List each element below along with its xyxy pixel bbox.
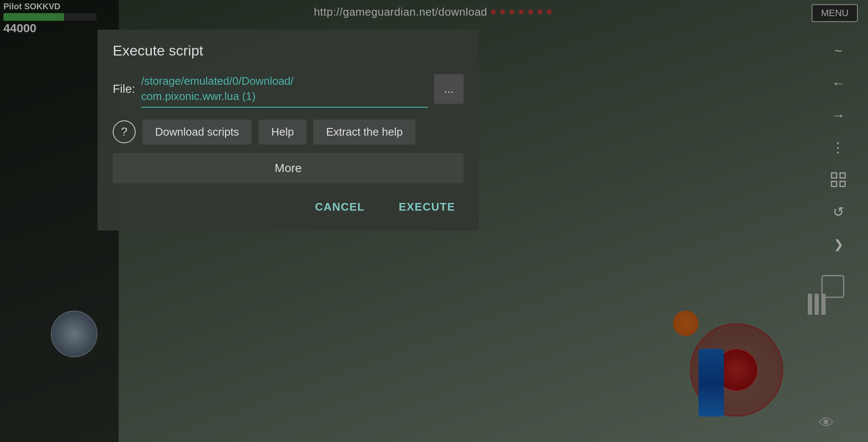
- file-path-display[interactable]: /storage/emulated/0/Download/com.pixonic…: [141, 71, 428, 108]
- more-row[interactable]: More: [113, 153, 464, 183]
- help-circle-button[interactable]: ?: [113, 120, 136, 143]
- ellipsis-button[interactable]: ...: [434, 74, 464, 104]
- collapse-button[interactable]: ❯: [826, 231, 851, 257]
- history-button[interactable]: ↺: [826, 199, 851, 225]
- grid-button[interactable]: [826, 167, 851, 192]
- forward-arrow-button[interactable]: →: [826, 103, 851, 128]
- svg-rect-0: [832, 173, 837, 178]
- file-input-wrap: /storage/emulated/0/Download/com.pixonic…: [141, 71, 428, 108]
- svg-rect-3: [840, 181, 845, 186]
- file-row: File: /storage/emulated/0/Download/com.p…: [113, 71, 464, 108]
- execute-script-dialog: Execute script File: /storage/emulated/0…: [97, 30, 479, 231]
- dialog-title: Execute script: [113, 42, 464, 59]
- svg-rect-1: [840, 173, 845, 178]
- back-arrow-button[interactable]: ←: [826, 70, 851, 96]
- download-scripts-button[interactable]: Download scripts: [142, 120, 252, 145]
- help-button[interactable]: Help: [259, 120, 306, 145]
- chevron-right-icon: ❯: [834, 237, 843, 251]
- execute-button[interactable]: EXECUTE: [390, 196, 464, 218]
- tilde-button[interactable]: ~: [826, 38, 851, 64]
- dialog-footer: CANCEL EXECUTE: [113, 183, 464, 231]
- dots-button[interactable]: ⋮: [826, 135, 851, 160]
- question-mark-icon: ?: [121, 125, 128, 139]
- extract-help-button[interactable]: Extract the help: [313, 120, 415, 145]
- svg-rect-2: [832, 181, 837, 186]
- history-icon: ↺: [833, 204, 844, 220]
- nav-controls: ~ ← → ⋮ ↺ ❯: [809, 30, 868, 257]
- more-label: More: [275, 161, 302, 175]
- cancel-button[interactable]: CANCEL: [306, 196, 373, 218]
- file-label: File:: [113, 82, 135, 96]
- grid-icon: [831, 172, 846, 187]
- action-row: ? Download scripts Help Extract the help: [113, 120, 464, 145]
- vertical-dots-icon: ⋮: [831, 139, 846, 156]
